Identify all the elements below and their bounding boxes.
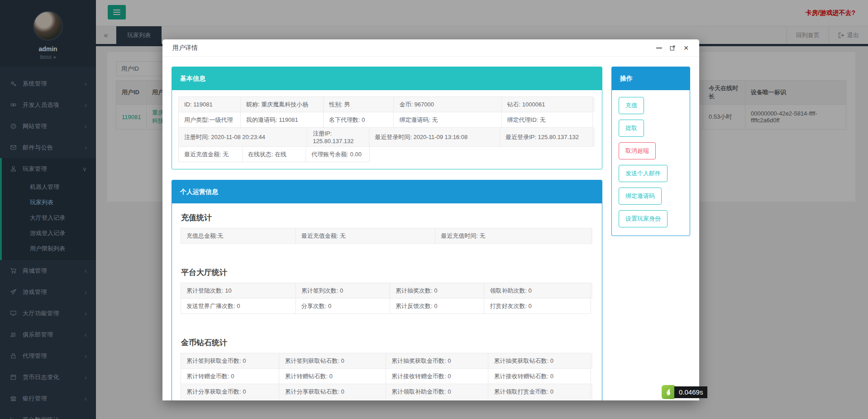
table-cell: 累计抽奖获取钻石数: 0 — [488, 353, 591, 369]
actions-panel-body: 充值提取取消超端发送个人邮件绑定邀请码设置玩家身份 — [612, 90, 690, 236]
table-row: ID: 119081昵称: 重庆魔胤科技小杨性别: 男金币: 967000钻石:… — [179, 97, 595, 112]
table-cell: 绑定代理ID: 无 — [501, 112, 593, 128]
table-cell: 最近登录时间: 2020-11-09 13:16:08 — [369, 127, 500, 147]
table-cell: 累计转赠钻石数: 0 — [279, 368, 386, 384]
table-cell: 最近充值时间: 无 — [435, 228, 591, 244]
coin-diamond-stats-table: 累计签到获取金币数: 0累计签到获取钻石数: 0累计抽奖获取金币数: 0累计抽奖… — [181, 353, 593, 400]
table-cell: 名下代理数: 0 — [323, 112, 394, 128]
action-button[interactable]: 充值 — [619, 97, 644, 114]
action-button[interactable]: 绑定邀请码 — [619, 188, 662, 205]
table-cell: 累计领取打赏金币数: 0 — [488, 384, 591, 400]
modal-left-column: 基本信息 ID: 119081昵称: 重庆魔胤科技小杨性别: 男金币: 9670… — [172, 67, 602, 400]
table-row: 累计签到获取金币数: 0累计签到获取钻石数: 0累计抽奖获取金币数: 0累计抽奖… — [181, 353, 593, 369]
table-cell: 累计签到获取钻石数: 0 — [279, 353, 386, 369]
table-cell: 最近充值金额: 无 — [178, 146, 243, 162]
maximize-icon — [669, 45, 676, 51]
table-cell: 累计抽奖次数: 0 — [390, 283, 484, 299]
table-row: 注册时间: 2020-11-08 20:23:44注册IP: 125.80.13… — [179, 128, 595, 147]
table-cell: 性别: 男 — [323, 96, 394, 112]
action-button[interactable]: 取消超端 — [619, 142, 656, 159]
table-cell: 分享次数: 0 — [296, 298, 390, 314]
minimize-icon — [656, 48, 662, 48]
actions-panel-header: 操作 — [612, 67, 690, 90]
table-cell: 代理账号余额: 0.00 — [305, 146, 370, 162]
personal-ops-body: 充值统计 充值总金额:无最近充值金额: 无最近充值时间: 无 平台大厅统计 累计… — [172, 203, 602, 400]
request-time-label: 0.0469s — [674, 386, 707, 398]
table-row: 发送世界广播次数: 0分享次数: 0累计反馈次数: 0打赏好友次数: 0 — [181, 299, 593, 314]
close-icon[interactable]: × — [681, 43, 691, 53]
basic-info-table-status: 最近充值金额: 无在线状态: 在线代理账号余额: 0.00 — [179, 147, 595, 162]
table-cell: 累计抽奖获取金币数: 0 — [386, 353, 489, 369]
table-row: 充值总金额:无最近充值金额: 无最近充值时间: 无 — [181, 228, 593, 244]
personal-ops-header: 个人运营信息 — [172, 180, 602, 203]
hall-stats-table: 累计登陆次数: 10累计签到次数: 0累计抽奖次数: 0领取补助次数: 0发送世… — [181, 283, 593, 314]
basic-info-table-dates: 注册时间: 2020-11-08 20:23:44注册IP: 125.80.13… — [179, 128, 595, 147]
action-button[interactable]: 设置玩家身份 — [619, 210, 668, 227]
table-cell: 注册IP: 125.80.137.132 — [307, 127, 369, 147]
modal-title: 用户详情 — [172, 44, 650, 52]
table-cell: 最近登录IP: 125.80.137.132 — [500, 127, 593, 147]
user-detail-modal: 用户详情 × 基本信息 ID: 119081昵称: 重庆魔胤科技小杨性别: 男金… — [162, 39, 699, 400]
table-cell: 钻石: 1000061 — [501, 96, 593, 112]
table-cell: 金币: 967000 — [393, 96, 501, 112]
table-cell: 用户类型:一级代理 — [178, 112, 241, 128]
hall-stats-title: 平台大厅统计 — [181, 267, 593, 278]
table-cell: 打赏好友次数: 0 — [484, 298, 591, 314]
table-cell: 累计签到次数: 0 — [296, 283, 390, 299]
table-row: 用户类型:一级代理我的邀请码: 119081名下代理数: 0绑定邀请码: 无绑定… — [179, 112, 595, 128]
table-cell: 我的邀请码: 119081 — [240, 112, 324, 128]
coin-diamond-stats-title: 金币钻石统计 — [181, 337, 593, 348]
table-cell: 累计转赠金币数: 0 — [181, 368, 279, 384]
table-cell: 累计反馈次数: 0 — [390, 298, 484, 314]
action-button[interactable]: 提取 — [619, 120, 644, 137]
personal-ops-section: 个人运营信息 充值统计 充值总金额:无最近充值金额: 无最近充值时间: 无 平台… — [172, 180, 602, 400]
table-cell: 昵称: 重庆魔胤科技小杨 — [240, 96, 324, 112]
recharge-stats-table: 充值总金额:无最近充值金额: 无最近充值时间: 无 — [181, 228, 593, 244]
app-window: admin boss▾ 系统管理‹开发人员选项‹网站管理‹邮件与公告‹玩家管理∨… — [0, 0, 868, 419]
table-cell: 注册时间: 2020-11-08 20:23:44 — [178, 127, 307, 147]
table-cell: 发送世界广播次数: 0 — [181, 298, 296, 314]
table-cell: 累计接收转赠金币数: 0 — [386, 368, 489, 384]
table-row: 累计转赠金币数: 0累计转赠钻石数: 0累计接收转赠金币数: 0累计接收转赠钻石… — [181, 369, 593, 384]
table-cell: 绑定邀请码: 无 — [393, 112, 501, 128]
action-button[interactable]: 发送个人邮件 — [619, 165, 668, 182]
maximize-button[interactable] — [668, 45, 677, 51]
basic-info-header: 基本信息 — [172, 67, 602, 90]
table-cell: 累计签到获取金币数: 0 — [181, 353, 279, 369]
table-cell: 累计分享获取钻石数: 0 — [279, 384, 386, 400]
table-cell: 累计登陆次数: 10 — [181, 283, 296, 299]
table-cell: 充值总金额:无 — [181, 228, 296, 244]
table-cell: 累计分享获取金币数: 0 — [181, 384, 279, 400]
minimize-button[interactable] — [654, 48, 664, 48]
table-cell: 累计接收转赠钻石数: 0 — [488, 368, 591, 384]
table-row: 累计分享获取金币数: 0累计分享获取钻石数: 0累计领取补助金币数: 0累计领取… — [181, 384, 593, 400]
actions-panel: 操作 充值提取取消超端发送个人邮件绑定邀请码设置玩家身份 — [611, 67, 690, 236]
thinkphp-logo-icon — [662, 385, 676, 399]
thinkphp-debug-badge[interactable]: 0.0469s — [662, 385, 707, 399]
table-cell: 在线状态: 在线 — [242, 146, 306, 162]
basic-info-table: ID: 119081昵称: 重庆魔胤科技小杨性别: 男金币: 967000钻石:… — [179, 97, 595, 128]
table-cell: ID: 119081 — [178, 96, 241, 112]
basic-info-body: ID: 119081昵称: 重庆魔胤科技小杨性别: 男金币: 967000钻石:… — [172, 90, 602, 169]
table-cell: 最近充值金额: 无 — [296, 228, 435, 244]
modal-titlebar: 用户详情 × — [162, 39, 699, 57]
table-cell: 累计领取补助金币数: 0 — [386, 384, 489, 400]
table-row: 最近充值金额: 无在线状态: 在线代理账号余额: 0.00 — [179, 147, 595, 162]
table-cell: 领取补助次数: 0 — [484, 283, 591, 299]
basic-info-section: 基本信息 ID: 119081昵称: 重庆魔胤科技小杨性别: 男金币: 9670… — [172, 67, 602, 169]
recharge-stats-title: 充值统计 — [181, 212, 593, 223]
table-row: 累计登陆次数: 10累计签到次数: 0累计抽奖次数: 0领取补助次数: 0 — [181, 283, 593, 299]
modal-body: 基本信息 ID: 119081昵称: 重庆魔胤科技小杨性别: 男金币: 9670… — [162, 57, 699, 400]
